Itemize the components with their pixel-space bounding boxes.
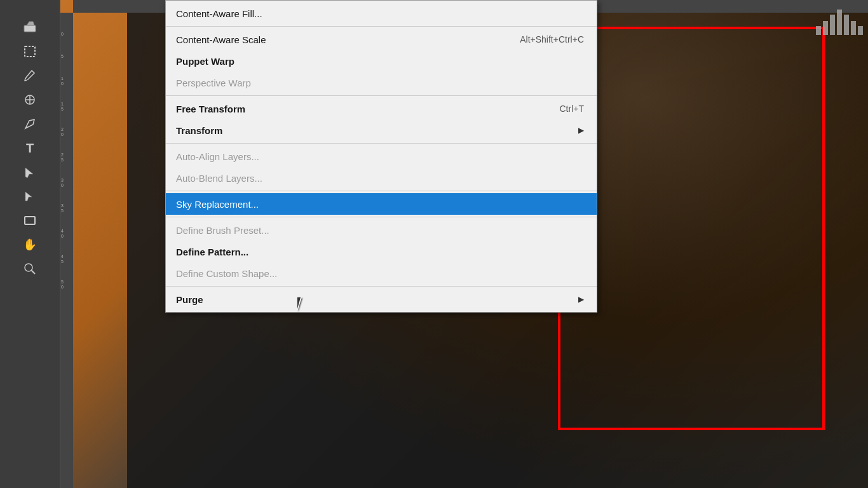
svg-rect-6 <box>25 217 35 224</box>
eraser-tool[interactable] <box>18 16 41 39</box>
menu-item-define-custom-shape: Define Custom Shape... <box>166 262 597 284</box>
menu-item-define-brush: Define Brush Preset... <box>166 219 597 241</box>
zoom-tool[interactable] <box>18 257 41 280</box>
brush-tool[interactable] <box>18 64 41 87</box>
type-tool[interactable]: T <box>18 137 41 159</box>
svg-rect-2 <box>25 46 35 57</box>
svg-rect-0 <box>24 25 36 32</box>
svg-line-8 <box>31 270 35 274</box>
menu-item-content-aware-scale[interactable]: Content-Aware Scale Alt+Shift+Ctrl+C <box>166 29 597 50</box>
menu-item-free-transform[interactable]: Free Transform Ctrl+T <box>166 98 597 119</box>
clone-stamp-tool[interactable] <box>18 88 41 111</box>
watermark-bars <box>816 10 863 35</box>
transform-submenu-arrow: ▶ <box>578 126 584 135</box>
rectangle-select-tool[interactable] <box>18 40 41 63</box>
menu-item-content-aware-fill-partial[interactable]: Content-Aware Fill... <box>166 3 597 24</box>
svg-marker-1 <box>27 22 34 25</box>
ruler-left: 0 5 1 0 1 5 2 0 2 5 3 0 3 5 4 0 4 5 5 0 <box>60 13 73 488</box>
menu-separator-5 <box>166 217 597 217</box>
menu-separator-1 <box>166 26 597 27</box>
menu-item-puppet-warp[interactable]: Puppet Warp <box>166 50 597 72</box>
context-menu: Content-Aware Fill... Content-Aware Scal… <box>165 0 597 313</box>
menu-item-transform[interactable]: Transform ▶ <box>166 119 597 141</box>
menu-item-auto-blend: Auto-Blend Layers... <box>166 167 597 189</box>
path-selection-tool[interactable] <box>18 161 41 184</box>
toolbar: T ✋ <box>0 0 60 488</box>
purge-submenu-arrow: ▶ <box>578 295 584 304</box>
hand-tool[interactable]: ✋ <box>18 233 41 256</box>
move-tool[interactable] <box>18 185 41 208</box>
menu-item-perspective-warp: Perspective Warp <box>166 72 597 93</box>
menu-item-sky-replacement[interactable]: Sky Replacement... <box>166 193 597 215</box>
watermark-logo <box>817 6 862 38</box>
menu-item-define-pattern[interactable]: Define Pattern... <box>166 241 597 262</box>
menu-separator-2 <box>166 95 597 96</box>
pen-tool[interactable] <box>18 112 41 135</box>
rectangle-tool[interactable] <box>18 209 41 232</box>
menu-separator-6 <box>166 286 597 287</box>
menu-item-purge[interactable]: Purge ▶ <box>166 288 597 310</box>
menu-separator-3 <box>166 143 597 144</box>
menu-item-auto-align: Auto-Align Layers... <box>166 146 597 167</box>
menu-separator-4 <box>166 191 597 191</box>
